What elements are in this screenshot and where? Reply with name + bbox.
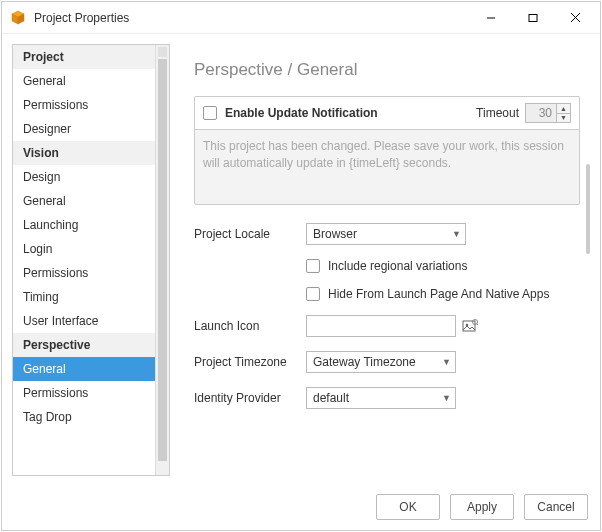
content-area: ProjectGeneralPermissionsDesignerVisionD… <box>2 34 600 486</box>
timeout-value[interactable]: 30 <box>526 104 556 122</box>
close-button[interactable] <box>554 4 596 32</box>
chevron-down-icon: ▼ <box>442 393 451 403</box>
sidebar-item-perspective[interactable]: Perspective <box>13 333 155 357</box>
main-scrollbar[interactable] <box>586 164 590 254</box>
sidebar: ProjectGeneralPermissionsDesignerVisionD… <box>12 44 170 476</box>
sidebar-item-permissions[interactable]: Permissions <box>13 381 155 405</box>
spinner-up-icon[interactable]: ▲ <box>557 104 570 114</box>
sidebar-item-general[interactable]: General <box>13 69 155 93</box>
browse-image-icon[interactable] <box>460 316 480 336</box>
sidebar-item-vision[interactable]: Vision <box>13 141 155 165</box>
window-frame: Project Properties ProjectGeneralPermiss… <box>1 1 601 531</box>
timezone-combo[interactable]: Gateway Timezone ▼ <box>306 351 456 373</box>
sidebar-item-general[interactable]: General <box>13 357 155 381</box>
enable-update-checkbox[interactable] <box>203 106 217 120</box>
update-notification-row: Enable Update Notification Timeout 30 ▲ … <box>194 96 580 129</box>
include-regional-checkbox[interactable] <box>306 259 320 273</box>
cancel-button[interactable]: Cancel <box>524 494 588 520</box>
chevron-down-icon: ▼ <box>442 357 451 367</box>
window-controls <box>470 4 596 32</box>
svg-rect-4 <box>463 321 475 331</box>
idp-label: Identity Provider <box>194 391 306 405</box>
sidebar-list[interactable]: ProjectGeneralPermissionsDesignerVisionD… <box>13 45 155 475</box>
timezone-label: Project Timezone <box>194 355 306 369</box>
spinner-down-icon[interactable]: ▼ <box>557 114 570 123</box>
sidebar-item-user-interface[interactable]: User Interface <box>13 309 155 333</box>
locale-value: Browser <box>313 227 357 241</box>
maximize-button[interactable] <box>512 4 554 32</box>
apply-button[interactable]: Apply <box>450 494 514 520</box>
locale-combo[interactable]: Browser ▼ <box>306 223 466 245</box>
footer: OK Apply Cancel <box>2 486 600 530</box>
idp-combo[interactable]: default ▼ <box>306 387 456 409</box>
window-title: Project Properties <box>34 11 470 25</box>
app-icon <box>10 10 26 26</box>
sidebar-item-tag-drop[interactable]: Tag Drop <box>13 405 155 429</box>
timeout-spinner[interactable]: 30 ▲ ▼ <box>525 103 571 123</box>
timeout-label: Timeout <box>476 106 519 120</box>
hide-from-checkbox[interactable] <box>306 287 320 301</box>
svg-line-7 <box>477 324 478 325</box>
sidebar-item-design[interactable]: Design <box>13 165 155 189</box>
sidebar-item-permissions[interactable]: Permissions <box>13 93 155 117</box>
titlebar: Project Properties <box>2 2 600 34</box>
enable-update-label: Enable Update Notification <box>225 106 378 120</box>
include-regional-label: Include regional variations <box>328 259 467 273</box>
sidebar-item-general[interactable]: General <box>13 189 155 213</box>
locale-label: Project Locale <box>194 227 306 241</box>
notification-message-box[interactable]: This project has been changed. Please sa… <box>194 129 580 205</box>
sidebar-item-timing[interactable]: Timing <box>13 285 155 309</box>
svg-rect-1 <box>529 14 537 21</box>
page-title: Perspective / General <box>194 60 580 80</box>
sidebar-scrollbar[interactable] <box>155 45 169 475</box>
sidebar-item-permissions[interactable]: Permissions <box>13 261 155 285</box>
idp-value: default <box>313 391 349 405</box>
spinner-buttons: ▲ ▼ <box>556 104 570 122</box>
ok-button[interactable]: OK <box>376 494 440 520</box>
launch-icon-label: Launch Icon <box>194 319 306 333</box>
sidebar-item-project[interactable]: Project <box>13 45 155 69</box>
chevron-down-icon: ▼ <box>452 229 461 239</box>
sidebar-item-launching[interactable]: Launching <box>13 213 155 237</box>
launch-icon-input[interactable] <box>306 315 456 337</box>
main-panel: Perspective / General Enable Update Noti… <box>170 44 590 476</box>
hide-from-label: Hide From Launch Page And Native Apps <box>328 287 549 301</box>
minimize-button[interactable] <box>470 4 512 32</box>
timezone-value: Gateway Timezone <box>313 355 416 369</box>
sidebar-item-login[interactable]: Login <box>13 237 155 261</box>
sidebar-item-designer[interactable]: Designer <box>13 117 155 141</box>
